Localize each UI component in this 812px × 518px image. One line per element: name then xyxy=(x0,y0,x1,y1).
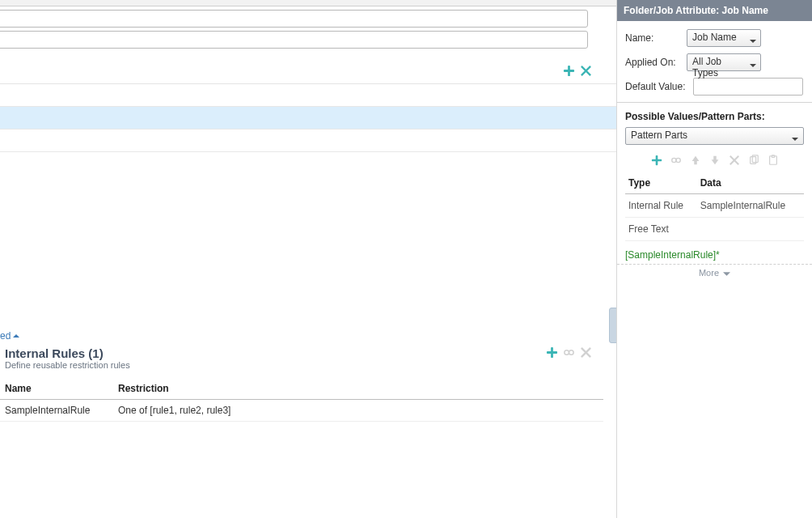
collapse-link-label: ed xyxy=(0,330,11,342)
cell-type: Internal Rule xyxy=(625,194,697,218)
col-restriction: Restriction xyxy=(113,378,603,400)
cell-data: SampleInternalRule xyxy=(697,194,804,218)
svg-point-7 xyxy=(569,350,574,355)
list-row-selected[interactable] xyxy=(0,107,616,130)
internal-rules-title: Internal Rules (1) xyxy=(0,342,616,360)
list-row[interactable] xyxy=(0,84,616,107)
text-input-1[interactable] xyxy=(0,10,588,28)
col-data: Data xyxy=(697,172,804,194)
add-icon[interactable] xyxy=(563,65,575,77)
internal-rules-subtitle: Define reusable restriction rules xyxy=(0,360,616,378)
more-toggle[interactable]: More xyxy=(617,264,812,282)
col-name: Name xyxy=(0,378,113,400)
svg-rect-1 xyxy=(564,70,574,72)
chevron-down-icon xyxy=(792,134,798,145)
remove-part-icon xyxy=(729,155,740,166)
copy-icon xyxy=(748,155,759,166)
more-label: More xyxy=(699,268,719,278)
collapse-link[interactable]: ed xyxy=(0,330,20,342)
svg-rect-5 xyxy=(547,351,557,354)
text-input-2[interactable] xyxy=(0,31,588,49)
cell-type: Free Text xyxy=(625,218,697,241)
delete-rule-icon xyxy=(580,346,592,359)
list-area xyxy=(0,83,616,152)
svg-point-13 xyxy=(676,158,680,162)
pattern-parts-table: Type Data Internal Rule SampleInternalRu… xyxy=(625,172,804,241)
main-panel: ed Internal Rules (1) Define reusable re… xyxy=(0,0,617,518)
internal-rules-table: Name Restriction SampleInternalRule One … xyxy=(0,378,603,422)
possible-values-label: Possible Values/Pattern Parts: xyxy=(625,111,804,122)
panel-title: Folder/Job Attribute: Job Name xyxy=(617,0,812,21)
link-icon xyxy=(670,155,682,166)
table-row[interactable]: Internal Rule SampleInternalRule xyxy=(625,194,804,218)
add-part-icon[interactable] xyxy=(651,155,662,166)
applied-on-value: All Job Types xyxy=(692,56,721,79)
name-select[interactable]: Job Name xyxy=(687,29,761,47)
name-label: Name: xyxy=(625,32,687,44)
move-down-icon xyxy=(709,155,721,166)
svg-point-6 xyxy=(565,350,569,355)
move-up-icon xyxy=(690,155,701,166)
chevron-down-icon xyxy=(750,60,756,71)
divider xyxy=(617,102,812,103)
applied-on-label: Applied On: xyxy=(625,57,687,68)
pattern-preview: [SampleInternalRule]* xyxy=(625,241,804,264)
top-divider xyxy=(0,0,616,6)
col-type: Type xyxy=(625,172,697,194)
svg-rect-11 xyxy=(651,159,661,162)
list-row[interactable] xyxy=(0,130,616,152)
pattern-parts-value: Pattern Parts xyxy=(631,130,687,141)
default-value-input[interactable] xyxy=(693,78,803,96)
panel-collapse-handle[interactable] xyxy=(609,308,617,343)
chevron-down-icon xyxy=(750,36,756,47)
svg-point-12 xyxy=(671,158,675,162)
link-rule-icon xyxy=(563,346,575,359)
paste-icon xyxy=(768,155,779,166)
default-value-label: Default Value: xyxy=(625,81,693,92)
cell-name: SampleInternalRule xyxy=(0,400,113,422)
attribute-panel: Folder/Job Attribute: Job Name Name: Job… xyxy=(617,0,812,518)
applied-on-select[interactable]: All Job Types xyxy=(687,53,761,71)
table-row[interactable]: SampleInternalRule One of [rule1, rule2,… xyxy=(0,400,603,422)
add-rule-icon[interactable] xyxy=(546,346,558,359)
pattern-toolbar xyxy=(625,150,804,172)
name-select-value: Job Name xyxy=(692,32,737,43)
table-row[interactable]: Free Text xyxy=(625,218,804,241)
delete-icon[interactable] xyxy=(580,65,592,77)
cell-data xyxy=(697,218,804,241)
cell-restriction: One of [rule1, rule2, rule3] xyxy=(113,400,603,422)
pattern-parts-select[interactable]: Pattern Parts xyxy=(625,127,804,145)
